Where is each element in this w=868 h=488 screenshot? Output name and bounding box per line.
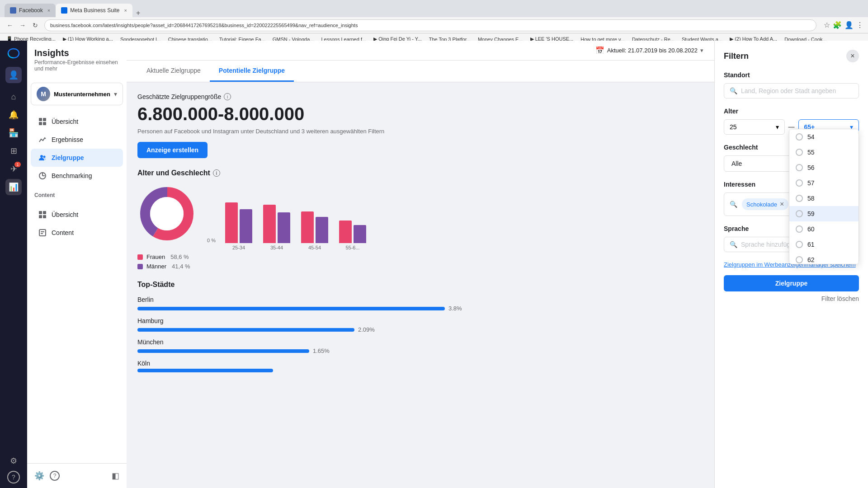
svg-point-5 [43, 156, 46, 158]
tab-close-meta[interactable]: × [124, 8, 127, 13]
nav-item-content-ubersicht[interactable]: Übersicht [31, 206, 123, 224]
main-content: 📅 Aktuell: 21.07.2019 bis 20.08.2022 ▾ A… [127, 41, 714, 488]
address-bar: ← → ↻ business.facebook.com/latest/insig… [0, 17, 868, 33]
donut-chart: Frauen 58,6 % Männer 41,4 % [137, 184, 196, 270]
bar-group-45-54 [301, 211, 328, 243]
nav-item-benchmarking[interactable]: Benchmarking [31, 167, 123, 185]
legend-male: Männer 41,4 % [137, 263, 196, 270]
age-option-54[interactable]: 54 [789, 129, 859, 145]
sidebar-icon-profile[interactable]: 👤 [5, 67, 22, 83]
filter-clear-link[interactable]: Filter löschen [821, 295, 859, 302]
city-name-hamburg: Hamburg [137, 317, 703, 324]
audience-size-label: Geschätzte Zielgruppengröße i [137, 93, 703, 100]
city-bar-container-berlin: 3.8% [137, 305, 703, 312]
bar-male-25-34 [240, 209, 252, 243]
age-option-60[interactable]: 60 [789, 221, 859, 237]
svg-rect-13 [39, 230, 46, 236]
bar-group-55-6 [339, 221, 366, 243]
age-from-arrow: ▾ [776, 123, 779, 131]
radio-61 [796, 241, 803, 248]
sidebar-icon-bell[interactable]: 🔔 [5, 107, 22, 123]
create-ad-button[interactable]: Anzeige erstellen [137, 142, 208, 158]
radio-57 [796, 179, 803, 187]
nav-icon-ubersicht [38, 117, 47, 126]
business-selector[interactable]: M Musterunternehmen ▾ [31, 83, 123, 105]
content-tab-nav: Aktuelle Zielgruppe Potentielle Zielgrup… [137, 61, 703, 82]
bottom-settings-icon[interactable]: ⚙️ [34, 471, 44, 481]
bottom-help-icon[interactable]: ? [50, 471, 60, 481]
city-bar-container-koln [137, 369, 703, 372]
collapse-icon[interactable]: ◧ [112, 471, 119, 481]
zielgruppe-button[interactable]: Zielgruppe [724, 275, 859, 291]
nav-icon-benchmarking [38, 171, 47, 180]
sidebar-icon-home[interactable]: ⌂ [5, 89, 22, 105]
back-button[interactable]: ← [5, 20, 15, 31]
standort-input[interactable] [741, 87, 853, 94]
url-bar[interactable]: business.facebook.com/latest/insights/pe… [44, 19, 816, 31]
tab-close-facebook[interactable]: × [47, 8, 50, 13]
age-gender-chart-title: Alter und Geschlecht i [137, 169, 703, 177]
tab-meta-business[interactable]: Meta Business Suite × [56, 4, 132, 17]
filter-panel: Filtern × Standort 🔍 Alter 25 ▾ — 65+ [714, 41, 868, 488]
nav-label-zielgruppe: Zielgruppe [52, 154, 84, 161]
age-option-58[interactable]: 58 [789, 191, 859, 206]
filter-close-button[interactable]: × [846, 50, 859, 62]
nav-item-ergebnisse[interactable]: Ergebnisse [31, 131, 123, 149]
nav-item-zielgruppe[interactable]: Zielgruppe [31, 149, 123, 167]
tab-facebook[interactable]: Facebook × [5, 4, 56, 17]
sidebar-icon-send[interactable]: ✈ 1 [5, 161, 22, 177]
city-bar-munchen [137, 349, 309, 353]
nav-item-ubersicht[interactable]: Übersicht [31, 113, 123, 131]
age-from-dropdown[interactable]: 25 ▾ [724, 119, 785, 135]
svg-rect-1 [43, 118, 46, 121]
profile-avatar[interactable]: 👤 [844, 21, 854, 29]
nav-item-content[interactable]: Content [31, 224, 123, 242]
new-tab-button[interactable]: + [132, 9, 144, 17]
standort-section: Standort 🔍 [724, 71, 859, 99]
bar-chart-container: 0 % [207, 184, 703, 250]
reload-button[interactable]: ↻ [30, 20, 41, 31]
svg-rect-12 [43, 215, 46, 218]
more-options[interactable]: ⋮ [856, 21, 863, 29]
forward-button[interactable]: → [17, 20, 28, 31]
age-option-62[interactable]: 62 [789, 252, 859, 264]
date-range-selector[interactable]: 📅 Aktuell: 21.07.2019 bis 20.08.2022 ▾ [595, 46, 703, 55]
age-option-59[interactable]: 59 [789, 206, 859, 221]
sidebar-icon-chart[interactable]: 📊 [5, 179, 22, 195]
sidebar-icon-settings[interactable]: ⚙ [5, 453, 22, 469]
bar-female-35-44 [263, 205, 276, 243]
interest-tag-label: Schokolade [746, 201, 777, 208]
donut-legend: Frauen 58,6 % Männer 41,4 % [137, 253, 196, 270]
nav-icon-content [38, 228, 47, 237]
svg-rect-3 [43, 122, 46, 125]
age-option-61[interactable]: 61 [789, 237, 859, 252]
app: 👤 ⌂ 🔔 🏪 ⊞ ✈ 1 📊 ⚙ ? Insights [0, 41, 868, 488]
page-subtitle: Performance-Ergebnisse einsehen und mehr [34, 59, 119, 72]
sidebar-icon-store[interactable]: 🏪 [5, 125, 22, 141]
audience-size-desc: Personen auf Facebook und Instagram unte… [137, 128, 703, 135]
extension-puzzle[interactable]: 🧩 [833, 21, 842, 29]
standort-search-box[interactable]: 🔍 [724, 83, 859, 99]
svg-point-18 [150, 197, 184, 230]
age-option-56[interactable]: 56 [789, 160, 859, 175]
tab-aktuelle-zielgruppe[interactable]: Aktuelle Zielgruppe [137, 61, 210, 82]
svg-rect-10 [43, 211, 46, 214]
bar-label-35-44: 35-44 [263, 245, 290, 250]
bookmark-star[interactable]: ☆ [824, 21, 830, 29]
radio-56 [796, 164, 803, 171]
bar-group-25-34 [225, 202, 252, 243]
content-body: Geschätzte Zielgruppengröße i 6.800.000-… [127, 82, 714, 389]
chart-info-icon[interactable]: i [213, 169, 220, 177]
interest-tag-remove[interactable]: × [780, 200, 784, 208]
age-option-57[interactable]: 57 [789, 175, 859, 191]
sidebar-icon-grid[interactable]: ⊞ [5, 143, 22, 159]
age-option-55[interactable]: 55 [789, 145, 859, 160]
city-name-munchen: München [137, 338, 703, 346]
tab-potentielle-zielgruppe[interactable]: Potentielle Zielgruppe [210, 61, 294, 82]
radio-59 [796, 210, 803, 217]
nav-label-content-ubersicht: Übersicht [52, 211, 78, 218]
content-tabs-header: Aktuelle Zielgruppe Potentielle Zielgrup… [127, 61, 714, 82]
date-range-arrow: ▾ [700, 47, 703, 54]
sidebar-icon-help[interactable]: ? [7, 471, 20, 483]
audience-info-icon[interactable]: i [224, 93, 231, 100]
